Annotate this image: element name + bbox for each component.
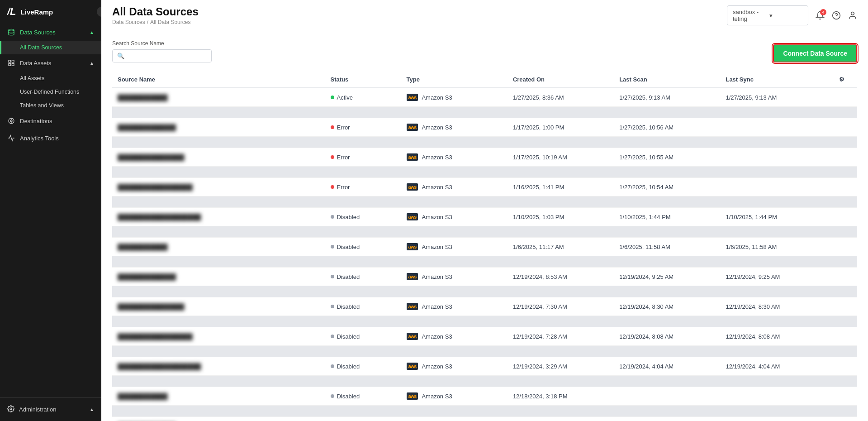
search-input[interactable] <box>127 53 207 59</box>
table-row[interactable]: ██████████████ Disabled aws Amazon S3 12… <box>112 417 857 421</box>
user-profile-button[interactable] <box>848 11 857 20</box>
cell-created-on: 1/17/2025, 10:19 AM <box>508 148 614 167</box>
analytics-tools-label: Analytics Tools <box>20 135 94 142</box>
sidebar-item-analytics-tools[interactable]: Analytics Tools <box>0 129 101 147</box>
table-row[interactable]: ████████████████████ Disabled aws Amazon… <box>112 357 857 376</box>
table-row-divider <box>112 406 857 417</box>
table-row[interactable]: ████████████████ Disabled aws Amazon S3 … <box>112 297 857 316</box>
table-row[interactable]: ██████████████████ Disabled aws Amazon S… <box>112 327 857 346</box>
dropdown-chevron-icon: ▾ <box>769 12 802 19</box>
sidebar-item-user-defined-functions[interactable]: User-Defined Functions <box>0 85 101 99</box>
cell-status: Error <box>325 178 401 196</box>
main-content: All Data Sources Data Sources / All Data… <box>101 0 868 421</box>
col-header-source-name: Source Name <box>112 72 325 88</box>
sidebar-item-administration[interactable]: Administration ▲ <box>0 398 101 421</box>
table-row[interactable]: ██████████████ Disabled aws Amazon S3 12… <box>112 268 857 286</box>
status-text: Error <box>337 184 350 191</box>
cell-last-scan: 1/6/2025, 11:58 AM <box>614 238 720 256</box>
status-text: Disabled <box>337 393 360 400</box>
aws-logo: aws <box>407 243 418 250</box>
cell-created-on: 1/6/2025, 11:17 AM <box>508 238 614 256</box>
cell-status: Active <box>325 88 401 107</box>
cell-source-name: ████████████ <box>112 387 325 406</box>
cell-last-scan: 12/19/2024, 8:30 AM <box>614 297 720 316</box>
cell-created-on: 1/16/2025, 1:41 PM <box>508 178 614 196</box>
cell-settings <box>827 118 857 137</box>
cell-last-sync <box>720 387 826 406</box>
sidebar-logo-area: /L LiveRamp ‹ <box>0 0 101 24</box>
aws-logo: aws <box>407 363 418 370</box>
cell-status: Disabled <box>325 297 401 316</box>
table-row[interactable]: ████████████ Disabled aws Amazon S3 1/6/… <box>112 238 857 256</box>
table-row[interactable]: ██████████████ Error aws Amazon S3 1/17/… <box>112 118 857 137</box>
status-dot <box>331 125 334 129</box>
data-sources-table: Source Name Status Type Created On Last … <box>112 72 857 421</box>
search-input-wrap: 🔍 <box>112 49 212 62</box>
cell-created-on: 1/27/2025, 8:36 AM <box>508 88 614 107</box>
status-dot <box>331 185 334 189</box>
table-settings-icon[interactable]: ⚙ <box>839 76 844 83</box>
logo-text: LiveRamp <box>21 8 53 16</box>
table-row-divider <box>112 137 857 148</box>
cell-last-scan: 1/27/2025, 10:55 AM <box>614 148 720 167</box>
cell-status: Disabled <box>325 357 401 376</box>
cell-last-scan <box>614 387 720 406</box>
cell-source-name: ████████████████ <box>112 297 325 316</box>
cell-type: aws Amazon S3 <box>401 327 508 346</box>
cell-source-name: ████████████████████ <box>112 208 325 226</box>
aws-logo: aws <box>407 303 418 310</box>
sidebar-item-all-data-sources[interactable]: All Data Sources <box>0 41 101 54</box>
breadcrumb-parent[interactable]: Data Sources <box>112 19 145 25</box>
cell-source-name: ██████████████ <box>112 118 325 137</box>
admin-gear-icon <box>7 405 14 414</box>
type-text: Amazon S3 <box>422 124 452 131</box>
cell-created-on: 12/18/2024, 3:18 PM <box>508 387 614 406</box>
connect-data-source-button[interactable]: Connect Data Source <box>773 44 857 62</box>
database-icon <box>7 28 15 36</box>
table-row[interactable]: ████████████ Active aws Amazon S3 1/27/2… <box>112 88 857 107</box>
cell-created-on: 1/17/2025, 1:00 PM <box>508 118 614 137</box>
type-text: Amazon S3 <box>422 303 452 310</box>
sidebar-item-destinations[interactable]: Destinations <box>0 112 101 129</box>
status-text: Disabled <box>337 214 360 220</box>
cell-created-on: 12/19/2024, 7:30 AM <box>508 297 614 316</box>
cell-last-sync: 12/19/2024, 8:08 AM <box>720 327 826 346</box>
status-dot <box>331 364 334 368</box>
table-row-divider <box>112 107 857 118</box>
cell-created-on: 12/18/2024, 12:34 PM <box>508 417 614 421</box>
notification-button[interactable]: 4 <box>816 11 825 20</box>
sidebar-item-all-assets[interactable]: All Assets <box>0 72 101 85</box>
help-button[interactable] <box>832 11 841 20</box>
sidebar-item-data-sources[interactable]: Data Sources ▲ <box>0 24 101 41</box>
content-area: Search Source Name 🔍 Connect Data Source… <box>101 31 868 421</box>
cell-type: aws Amazon S3 <box>401 417 508 421</box>
table-row[interactable]: ████████████ Disabled aws Amazon S3 12/1… <box>112 387 857 406</box>
table-header: Source Name Status Type Created On Last … <box>112 72 857 88</box>
cell-last-scan <box>614 417 720 421</box>
svg-point-9 <box>10 408 12 410</box>
table-row-divider <box>112 167 857 178</box>
table-row-divider <box>112 346 857 357</box>
cell-type: aws Amazon S3 <box>401 268 508 286</box>
org-dropdown[interactable]: sandbox - teting ▾ <box>727 5 808 25</box>
cell-created-on: 12/19/2024, 7:28 AM <box>508 327 614 346</box>
cell-last-sync <box>720 148 826 167</box>
col-header-last-scan: Last Scan <box>614 72 720 88</box>
cell-type: aws Amazon S3 <box>401 88 508 107</box>
destinations-label: Destinations <box>20 118 94 124</box>
cell-source-name: ██████████████ <box>112 417 325 421</box>
cell-status: Disabled <box>325 327 401 346</box>
status-text: Disabled <box>337 244 360 250</box>
sidebar-item-tables-and-views[interactable]: Tables and Views <box>0 99 101 112</box>
table-row[interactable]: ████████████████ Error aws Amazon S3 1/1… <box>112 148 857 167</box>
sidebar-collapse-button[interactable]: ‹ <box>97 7 101 17</box>
sidebar-item-data-assets[interactable]: Data Assets ▲ <box>0 54 101 72</box>
cell-type: aws Amazon S3 <box>401 297 508 316</box>
table-row[interactable]: ██████████████████ Error aws Amazon S3 1… <box>112 178 857 196</box>
table-row[interactable]: ████████████████████ Disabled aws Amazon… <box>112 208 857 226</box>
table-row-divider <box>112 316 857 327</box>
cell-status: Disabled <box>325 238 401 256</box>
cell-settings <box>827 268 857 286</box>
admin-label: Administration <box>19 406 85 413</box>
all-assets-label: All Assets <box>20 75 44 81</box>
